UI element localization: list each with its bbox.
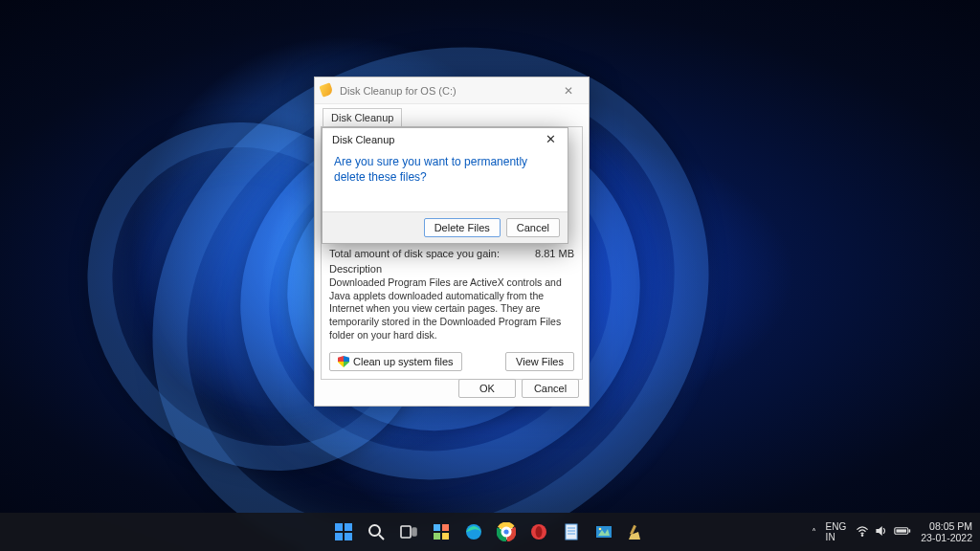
- battery-icon[interactable]: [894, 525, 911, 539]
- svg-rect-8: [434, 524, 440, 531]
- date: 23-01-2022: [921, 532, 972, 543]
- svg-point-27: [599, 528, 602, 531]
- clock[interactable]: 08:05 PM 23-01-2022: [921, 520, 972, 543]
- titlebar[interactable]: Disk Cleanup for OS (C:) ✕: [315, 77, 589, 104]
- taskbar[interactable]: ˄ ENG IN 08:05 PM 23-01-2022: [0, 513, 980, 551]
- total-space-label: Total amount of disk space you gain:: [329, 248, 500, 259]
- chevron-up-icon[interactable]: ˄: [812, 527, 816, 538]
- widgets-icon[interactable]: [428, 518, 455, 545]
- svg-point-29: [862, 535, 863, 536]
- system-tray[interactable]: ˄ ENG IN 08:05 PM 23-01-2022: [812, 513, 972, 551]
- time: 08:05 PM: [921, 520, 972, 532]
- ok-button[interactable]: OK: [458, 379, 516, 398]
- tab-strip: Disk Cleanup: [315, 104, 589, 126]
- cleanup-system-files-label: Clean up system files: [353, 356, 454, 367]
- svg-rect-21: [566, 524, 577, 540]
- svg-rect-6: [401, 526, 411, 538]
- svg-point-20: [536, 526, 543, 538]
- dialog-message: Are you sure you want to permanently del…: [323, 148, 568, 211]
- edge-icon[interactable]: [460, 518, 487, 545]
- notepad-icon[interactable]: [558, 518, 585, 545]
- description-label: Description: [329, 263, 574, 275]
- delete-files-button[interactable]: Delete Files: [424, 218, 501, 237]
- svg-rect-3: [345, 533, 352, 540]
- start-button[interactable]: [330, 518, 357, 545]
- svg-rect-11: [442, 533, 449, 540]
- svg-marker-30: [877, 526, 882, 536]
- close-icon[interactable]: ✕: [554, 84, 583, 98]
- svg-rect-1: [345, 523, 352, 531]
- chrome-icon[interactable]: [493, 518, 520, 545]
- dialog-cancel-button[interactable]: Cancel: [506, 218, 560, 237]
- taskbar-center: [330, 518, 650, 545]
- svg-rect-25: [596, 526, 612, 538]
- svg-rect-0: [335, 523, 343, 531]
- cancel-button[interactable]: Cancel: [522, 379, 579, 398]
- confirm-dialog: Disk Cleanup ✕ Are you sure you want to …: [322, 127, 568, 244]
- description-text: Downloaded Program Files are ActiveX con…: [329, 276, 574, 342]
- cleanup-system-files-button[interactable]: Clean up system files: [329, 352, 462, 371]
- photos-icon[interactable]: [590, 518, 617, 545]
- close-icon[interactable]: ✕: [539, 132, 562, 146]
- disk-cleanup-taskbar-icon[interactable]: [623, 518, 650, 545]
- svg-rect-7: [412, 528, 416, 536]
- svg-rect-10: [434, 533, 440, 540]
- dialog-title: Disk Cleanup: [332, 134, 394, 145]
- total-space-value: 8.81 MB: [535, 248, 574, 259]
- tab-disk-cleanup[interactable]: Disk Cleanup: [323, 108, 402, 126]
- svg-line-5: [379, 535, 384, 540]
- search-icon[interactable]: [363, 518, 390, 545]
- window-title: Disk Cleanup for OS (C:): [340, 85, 457, 97]
- svg-rect-2: [335, 533, 343, 540]
- view-files-button[interactable]: View Files: [505, 352, 574, 371]
- svg-rect-9: [442, 524, 449, 531]
- opera-icon[interactable]: [525, 518, 552, 545]
- svg-rect-32: [897, 529, 907, 532]
- svg-rect-33: [909, 529, 911, 532]
- language-bottom: IN: [826, 532, 847, 542]
- svg-point-4: [369, 525, 380, 536]
- shield-icon: [338, 356, 349, 367]
- wifi-icon[interactable]: [856, 524, 869, 540]
- disk-cleanup-icon: [321, 84, 334, 98]
- language-top: ENG: [826, 521, 847, 532]
- language-indicator[interactable]: ENG IN: [826, 521, 847, 542]
- task-view-icon[interactable]: [395, 518, 422, 545]
- volume-icon[interactable]: [875, 524, 888, 540]
